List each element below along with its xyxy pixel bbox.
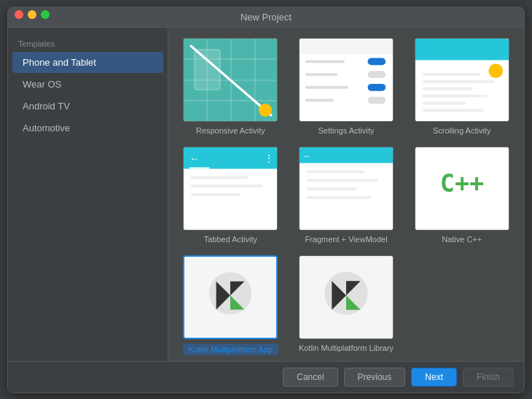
template-card-tabbed[interactable]: ← ⋮ Tabbed Activity — [179, 147, 283, 244]
minimize-button-traffic[interactable] — [28, 10, 36, 19]
sidebar-item-phone-tablet[interactable]: Phone and Tablet — [12, 52, 163, 73]
dialog-wrapper: New Project Templates Phone and Tablet W… — [7, 7, 525, 393]
template-thumb-responsive — [183, 38, 278, 122]
template-thumb-tabbed: ← ⋮ — [183, 147, 278, 231]
dialog-body: Templates Phone and Tablet Wear OS Andro… — [8, 28, 524, 361]
template-thumb-fragment: ← — [299, 147, 394, 231]
svg-point-9 — [259, 104, 272, 117]
svg-rect-18 — [305, 98, 334, 101]
svg-rect-17 — [368, 83, 386, 90]
traffic-lights — [15, 10, 50, 19]
template-card-native-cpp[interactable]: C++ Native C++ — [410, 147, 514, 244]
sidebar-item-automotive[interactable]: Automotive — [12, 117, 163, 139]
svg-text:←: ← — [303, 150, 312, 160]
svg-rect-8 — [195, 50, 220, 90]
svg-text:C++: C++ — [439, 168, 483, 197]
svg-rect-41 — [307, 179, 378, 182]
maximize-button-traffic[interactable] — [41, 10, 50, 19]
template-thumb-settings — [299, 38, 394, 122]
template-label-fragment: Fragment + ViewModel — [305, 235, 387, 244]
template-label-kmp-app: Kotlin Multiplatform App — [183, 344, 279, 355]
svg-rect-36 — [191, 193, 241, 195]
template-card-scrolling[interactable]: Scrolling Activity — [410, 38, 514, 135]
template-label-settings: Settings Activity — [318, 126, 374, 135]
template-card-settings[interactable]: Settings Activity — [294, 38, 399, 135]
svg-rect-16 — [305, 85, 348, 88]
templates-content: Responsive Activity — [168, 28, 524, 361]
template-thumb-scrolling — [415, 38, 509, 122]
svg-rect-27 — [423, 101, 466, 104]
template-label-tabbed: Tabbed Activity — [204, 235, 257, 244]
svg-rect-14 — [305, 73, 337, 76]
sidebar-section-label: Templates — [8, 35, 168, 51]
svg-rect-26 — [423, 94, 488, 97]
templates-grid: Responsive Activity — [179, 38, 514, 355]
sidebar: Templates Phone and Tablet Wear OS Andro… — [8, 28, 168, 361]
svg-text:⋮: ⋮ — [265, 152, 275, 163]
svg-rect-24 — [423, 80, 494, 82]
sidebar-item-wear-os[interactable]: Wear OS — [12, 74, 163, 95]
template-thumb-kmp-lib — [299, 255, 394, 339]
close-button-traffic[interactable] — [15, 10, 23, 19]
svg-point-22 — [488, 63, 503, 78]
template-card-kmp-app[interactable]: Kotlin Multiplatform App — [179, 255, 283, 355]
svg-rect-11 — [300, 38, 393, 54]
svg-rect-42 — [307, 187, 357, 190]
svg-rect-34 — [191, 176, 249, 179]
svg-rect-12 — [305, 60, 345, 63]
next-button[interactable]: Next — [411, 368, 457, 387]
svg-rect-13 — [368, 58, 386, 65]
svg-rect-23 — [423, 73, 480, 76]
svg-text:←: ← — [189, 152, 200, 163]
cancel-button[interactable]: Cancel — [283, 368, 337, 387]
svg-rect-38 — [300, 147, 393, 163]
svg-rect-25 — [423, 87, 473, 90]
template-thumb-native-cpp: C++ — [415, 147, 509, 231]
sidebar-item-android-tv[interactable]: Android TV — [12, 96, 163, 117]
svg-rect-15 — [368, 71, 386, 78]
svg-rect-43 — [307, 195, 372, 198]
svg-rect-28 — [423, 109, 484, 112]
svg-rect-19 — [368, 96, 386, 104]
template-card-kmp-lib[interactable]: Kotlin Multiplatform Library — [294, 255, 399, 355]
new-project-dialog: New Project Templates Phone and Tablet W… — [7, 7, 525, 393]
finish-button: Finish — [463, 368, 514, 387]
svg-rect-35 — [191, 185, 262, 187]
template-label-scrolling: Scrolling Activity — [433, 126, 490, 135]
template-label-kmp-lib: Kotlin Multiplatform Library — [299, 344, 394, 352]
template-card-responsive[interactable]: Responsive Activity — [179, 38, 283, 135]
dialog-footer: Cancel Previous Next Finish — [8, 361, 524, 392]
previous-button[interactable]: Previous — [344, 368, 406, 387]
template-thumb-kmp-app — [183, 255, 278, 339]
svg-rect-33 — [189, 167, 210, 168]
template-label-responsive: Responsive Activity — [196, 126, 265, 135]
dialog-title: New Project — [8, 7, 524, 28]
svg-rect-21 — [415, 38, 509, 60]
template-card-fragment[interactable]: ← Fragment + ViewModel — [294, 147, 399, 244]
template-label-native-cpp: Native C++ — [442, 235, 482, 244]
svg-rect-40 — [307, 170, 364, 173]
